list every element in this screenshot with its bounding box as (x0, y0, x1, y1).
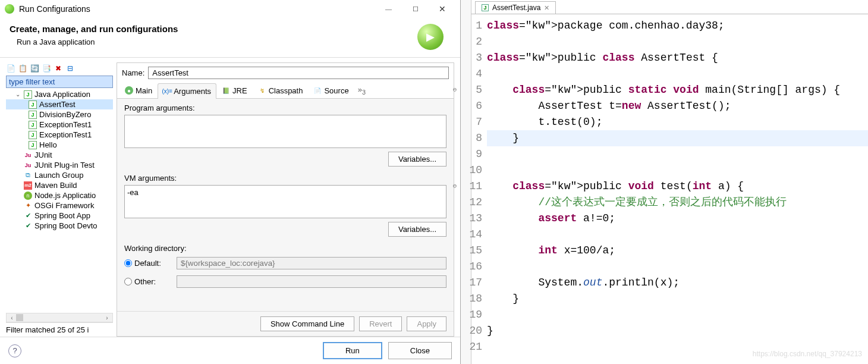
config-toolbar: 📄 📋 🔄 📑 ✖ ⊟ (6, 62, 113, 76)
run-configurations-dialog: Run Configurations — ☐ ✕ Create, manage,… (0, 0, 461, 364)
tree-node-divisionbyzero[interactable]: JDivisionByZero (6, 109, 113, 120)
editor-tabs: J AssertTest.java ✕ (461, 0, 868, 14)
filter-input[interactable] (6, 76, 113, 88)
maximize-button[interactable]: ☐ (402, 1, 429, 17)
right-pane: Name: ●Main (x)=Arguments 📗JRE ↯Classpat… (117, 62, 454, 337)
watermark: https://blog.csdn.net/qq_37924213 (753, 350, 862, 358)
working-dir-label: Working directory: (124, 244, 446, 253)
tree-node-exceptiontest1a[interactable]: JExceptionTest1 (6, 120, 113, 130)
editor-tab-asserttest[interactable]: J AssertTest.java ✕ (475, 1, 556, 14)
tab-jre[interactable]: 📗JRE (216, 83, 253, 98)
collapse-icon[interactable]: ⊟ (65, 64, 75, 73)
name-label: Name: (122, 68, 144, 77)
name-input[interactable] (148, 67, 449, 79)
line-numbers: 12345⊖67891011⊖12131415161718192021 (461, 18, 487, 364)
tree-node-springboot-devtools[interactable]: ✔Spring Boot Devto (6, 221, 113, 231)
run-button[interactable]: Run (323, 342, 382, 359)
wd-other-value[interactable] (177, 275, 446, 288)
titlebar: Run Configurations — ☐ ✕ (0, 0, 460, 18)
tree-node-nodejs[interactable]: nNode.js Applicatio (6, 190, 113, 200)
config-tabs: ●Main (x)=Arguments 📗JRE ↯Classpath 📄Sou… (117, 83, 454, 99)
banner-subheading: Run a Java application (17, 37, 417, 46)
code-content[interactable]: class="kw">package com.chenhao.day38; cl… (487, 18, 868, 364)
show-command-line-button[interactable]: Show Command Line (260, 316, 354, 331)
apply-button[interactable]: Apply (407, 316, 446, 331)
close-tab-icon[interactable]: ✕ (544, 4, 549, 12)
code-editor: J AssertTest.java ✕ 12345⊖67891011⊖12131… (461, 0, 868, 364)
tree-node-osgi[interactable]: ✦OSGi Framework (6, 200, 113, 211)
new-config-icon[interactable]: 📄 (6, 64, 15, 73)
wd-other-radio[interactable]: Other: (124, 277, 172, 286)
tab-source[interactable]: 📄Source (308, 83, 354, 98)
code-area[interactable]: 12345⊖67891011⊖12131415161718192021 clas… (461, 14, 868, 364)
filter-status: Filter matched 25 of 25 i (6, 322, 113, 337)
tree-node-springboot-app[interactable]: ✔Spring Boot App (6, 211, 113, 221)
tab-arguments[interactable]: (x)=Arguments (158, 83, 216, 99)
vm-args-label: VM arguments: (124, 174, 446, 183)
close-button[interactable]: Close (388, 342, 452, 359)
tree-node-asserttest[interactable]: JAssertTest (6, 99, 113, 109)
minimize-button[interactable]: — (375, 1, 402, 17)
program-args-variables-button[interactable]: Variables... (388, 152, 446, 167)
help-icon[interactable]: ? (8, 344, 21, 357)
tabs-overflow[interactable]: »3 (354, 83, 369, 98)
revert-button[interactable]: Revert (359, 316, 402, 331)
wd-default-value (177, 257, 446, 269)
tree-node-exceptiontest1b[interactable]: JExceptionTest1 (6, 130, 113, 140)
wd-default-radio[interactable]: Default: (124, 259, 172, 268)
new-proto-icon[interactable]: 📋 (18, 64, 27, 73)
tree-node-junit[interactable]: JuJUnit (6, 150, 113, 160)
config-tree[interactable]: ⌄JJava Application JAssertTest JDivision… (6, 89, 113, 313)
tree-node-java-application[interactable]: ⌄JJava Application (6, 89, 113, 99)
banner: Create, manage, and run configurations R… (0, 18, 460, 58)
program-args-label: Program arguments: (124, 103, 446, 112)
java-file-icon: J (482, 4, 489, 11)
tab-main[interactable]: ●Main (119, 83, 158, 98)
delete-icon[interactable]: ✖ (54, 64, 63, 73)
close-window-button[interactable]: ✕ (429, 1, 455, 17)
vm-args-variables-button[interactable]: Variables... (388, 222, 446, 237)
export-icon[interactable]: 🔄 (30, 64, 39, 73)
window-title: Run Configurations (19, 4, 375, 14)
program-args-input[interactable] (124, 115, 446, 148)
banner-heading: Create, manage, and run configurations (10, 24, 417, 34)
tab-classpath[interactable]: ↯Classpath (253, 83, 309, 98)
tree-node-maven[interactable]: m2Maven Build (6, 180, 113, 190)
run-icon: ▶ (417, 24, 444, 50)
vm-args-input[interactable]: -ea (124, 185, 446, 218)
tree-node-launch-group[interactable]: ⧉Launch Group (6, 170, 113, 180)
app-icon (5, 4, 14, 14)
duplicate-icon[interactable]: 📑 (42, 64, 51, 73)
tree-node-junit-plugin[interactable]: JuJUnit Plug-in Test (6, 160, 113, 170)
tree-node-hello[interactable]: JHello (6, 140, 113, 150)
tree-hscrollbar[interactable]: ‹› (6, 313, 113, 322)
left-pane: 📄 📋 🔄 📑 ✖ ⊟ ⌄JJava Application JAssertTe… (6, 62, 113, 337)
